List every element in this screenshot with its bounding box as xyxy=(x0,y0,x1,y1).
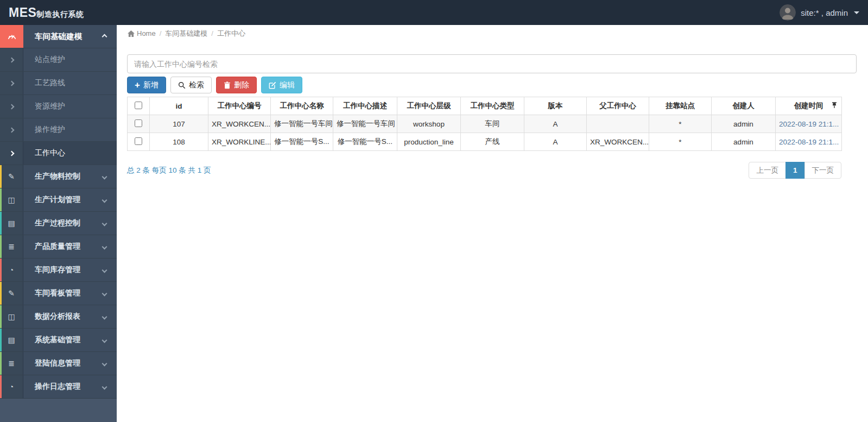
sidebar-group-7[interactable]: ▤系统基础管理 xyxy=(0,329,117,352)
sidebar-group-label: 车间基础建模 xyxy=(23,32,103,42)
pin-icon[interactable] xyxy=(832,102,837,110)
sidebar-item-label: 操作维护 xyxy=(23,125,117,135)
column-header: id xyxy=(150,97,208,115)
pencil-icon: ✎ xyxy=(8,172,15,181)
column-header: 创建人 xyxy=(712,97,776,115)
sidebar: 车间基础建模 站点维护工艺路线资源维护操作维护工作中心 ✎生产物料控制◫生产计划… xyxy=(0,25,117,422)
page-1-button[interactable]: 1 xyxy=(785,162,805,179)
table-cell: A xyxy=(524,133,587,151)
accent-strip xyxy=(0,235,2,258)
sidebar-group-5[interactable]: ✎车间看板管理 xyxy=(0,282,117,305)
edit-button[interactable]: 编辑 xyxy=(261,77,302,93)
sidebar-group-label: 系统基础管理 xyxy=(23,335,103,345)
table-cell: workshop xyxy=(397,115,461,133)
table-cell: 108 xyxy=(150,133,208,151)
sidebar-group-8[interactable]: ≣登陆信息管理 xyxy=(0,352,117,375)
user-label: site:* , admin xyxy=(801,8,848,17)
add-button[interactable]: + 新增 xyxy=(127,77,166,93)
row-checkbox[interactable] xyxy=(135,137,142,145)
edit-icon xyxy=(269,81,276,89)
pagination: 上一页 1 下一页 xyxy=(749,162,841,179)
columns-icon: ◫ xyxy=(8,196,15,204)
sidebar-group-6[interactable]: ◫数据分析报表 xyxy=(0,305,117,329)
sidebar-item-label: 站点维护 xyxy=(23,55,117,65)
sidebar-group-active[interactable]: 车间基础建模 xyxy=(0,25,117,48)
table-cell: 修一智能一号车间 xyxy=(333,115,397,133)
table-cell xyxy=(587,115,649,133)
chevron-right-icon xyxy=(0,142,23,165)
logo-mes: MES xyxy=(9,5,36,20)
sidebar-item-4[interactable]: 工作中心 xyxy=(0,142,117,165)
sidebar-item-label: 工艺路线 xyxy=(23,78,117,88)
column-header: 工作中心描述 xyxy=(333,97,397,115)
sidebar-group-label: 生产过程控制 xyxy=(23,218,103,228)
sidebar-item-3[interactable]: 操作维护 xyxy=(0,118,117,142)
table-cell: XR_WORKCEN... xyxy=(587,133,649,151)
sidebar-group-0[interactable]: ✎生产物料控制 xyxy=(0,165,117,188)
table-cell: 107 xyxy=(150,115,208,133)
sidebar-group-label: 登陆信息管理 xyxy=(23,358,103,368)
sidebar-group-label: 生产物料控制 xyxy=(23,172,103,181)
chevron-down-icon xyxy=(102,361,107,366)
sidebar-item-2[interactable]: 资源维护 xyxy=(0,95,117,118)
table-cell: production_line xyxy=(397,133,461,151)
user-menu[interactable]: site:* , admin xyxy=(780,4,859,21)
plus-icon: + xyxy=(135,80,140,90)
prev-page-button[interactable]: 上一页 xyxy=(749,162,786,179)
table-cell: * xyxy=(649,133,712,151)
accent-strip xyxy=(0,188,2,211)
breadcrumb-current: 工作中心 xyxy=(217,29,245,39)
chevron-down-icon xyxy=(102,384,107,389)
sidebar-group-label: 产品质量管理 xyxy=(23,242,103,251)
column-header: 工作中心层级 xyxy=(397,97,461,115)
chevron-right-icon xyxy=(0,118,23,141)
breadcrumb-home[interactable]: Home xyxy=(128,29,156,37)
chevron-down-icon xyxy=(102,221,107,226)
sidebar-group-2[interactable]: ▤生产过程控制 xyxy=(0,212,117,235)
column-header: 挂靠站点 xyxy=(649,97,712,115)
pencil-icon: ✎ xyxy=(8,289,15,298)
sidebar-group-3[interactable]: ≣产品质量管理 xyxy=(0,235,117,259)
sidebar-group-9[interactable]: ◔操作日志管理 xyxy=(0,375,117,399)
chevron-down-icon xyxy=(102,267,107,273)
sidebar-item-label: 资源维护 xyxy=(23,102,117,111)
chevron-right-icon xyxy=(0,95,23,118)
accent-strip xyxy=(0,305,2,328)
column-header: 工作中心名称 xyxy=(271,97,333,115)
chevron-up-icon xyxy=(102,34,107,39)
chevron-down-icon xyxy=(102,314,107,319)
table-cell: admin xyxy=(712,133,776,151)
sidebar-group-label: 生产计划管理 xyxy=(23,195,103,205)
breadcrumb-separator: / xyxy=(160,29,162,37)
sidebar-item-0[interactable]: 站点维护 xyxy=(0,48,117,72)
table-cell: 2022-08-19 21:1... xyxy=(776,115,842,133)
search-button[interactable]: 检索 xyxy=(170,77,212,93)
table-cell: * xyxy=(649,115,712,133)
column-header: 父工作中心 xyxy=(587,97,649,115)
avatar xyxy=(780,4,796,21)
sidebar-group-1[interactable]: ◫生产计划管理 xyxy=(0,188,117,212)
breadcrumb: Home / 车间基础建模 / 工作中心 xyxy=(117,25,868,42)
app-logo: MES制造执行系统 xyxy=(9,5,84,20)
sidebar-group-label: 操作日志管理 xyxy=(23,382,103,392)
chevron-right-icon xyxy=(0,48,23,71)
breadcrumb-separator: / xyxy=(211,29,213,37)
table-row-1: 108XR_WORKLINE...修一智能一号S...修一智能一号S...pro… xyxy=(128,133,842,151)
sidebar-group-label: 数据分析报表 xyxy=(23,312,103,322)
next-page-button[interactable]: 下一页 xyxy=(804,162,842,179)
gauge-icon xyxy=(0,25,23,48)
accent-strip xyxy=(0,165,2,188)
list-icon: ≣ xyxy=(8,359,15,368)
sidebar-item-1[interactable]: 工艺路线 xyxy=(0,72,117,95)
row-checkbox[interactable] xyxy=(135,119,142,127)
select-all-checkbox[interactable] xyxy=(135,102,142,109)
search-input[interactable] xyxy=(127,54,857,73)
delete-button[interactable]: 删除 xyxy=(216,77,257,93)
breadcrumb-level1[interactable]: 车间基础建模 xyxy=(165,29,207,39)
chevron-down-icon xyxy=(102,174,107,179)
columns-icon: ◫ xyxy=(8,312,15,321)
accent-strip xyxy=(0,375,2,398)
sidebar-group-4[interactable]: ◔车间库存管理 xyxy=(0,259,117,282)
search-icon xyxy=(178,81,186,89)
home-icon xyxy=(128,30,135,37)
